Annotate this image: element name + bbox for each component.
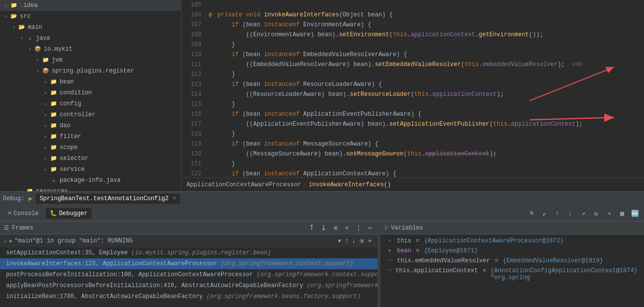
code-line-109: 109 } (182, 40, 644, 50)
collapse-icon (42, 166, 50, 172)
toolbar-refresh-btn[interactable]: ↻ (591, 209, 601, 219)
nav-up-icon[interactable]: ⤒ (307, 223, 316, 233)
var-expand-icon[interactable]: ▸ (386, 247, 393, 253)
sidebar-item-label: dao (60, 122, 71, 129)
frame-item[interactable]: applyBeanPostProcessorsBeforeInitializat… (0, 280, 377, 291)
debug-tab-bar: Debug: ▶ SpringBeanTest.testAnnotationCo… (0, 191, 644, 205)
sidebar-item-label: spring.plugins.register (52, 68, 134, 75)
sidebar-item-config[interactable]: 📁 config (0, 98, 181, 109)
thread-dropdown-icon[interactable]: ▼ (336, 237, 343, 244)
sidebar-item-label: condition (60, 89, 92, 96)
nav-settings-icon[interactable]: ⋮ (354, 223, 364, 233)
line-number: 118 (182, 131, 205, 138)
line-code: } (215, 101, 235, 108)
toolbar-restore-btn[interactable]: ↙ (540, 209, 550, 219)
folder-icon: 📁 (42, 56, 50, 64)
collapse-icon (42, 101, 50, 107)
nav-down-icon[interactable]: ⤓ (319, 223, 328, 233)
thread-add-icon[interactable]: + (367, 236, 373, 246)
var-item-bean[interactable]: ▸ bean = {Employee@1871} (380, 246, 644, 256)
line-code: if (bean instanceof MessageSourceAware) … (215, 141, 378, 148)
line-code: ((EmbeddedValueResolverAware) bean).setE… (215, 61, 583, 68)
sidebar-item-resources[interactable]: 📁 resources (0, 186, 181, 191)
sidebar-item-service[interactable]: 📁 service (0, 164, 181, 175)
line-code: if (bean instanceof ApplicationContextAw… (215, 170, 396, 177)
var-item-embedded[interactable]: ○○ this.embeddedValueResolver = {Embedde… (380, 256, 644, 266)
line-number: 122 (182, 170, 205, 177)
tab-console[interactable]: ⌨ Console (4, 208, 43, 219)
thread-nav-up[interactable]: ↑ (343, 236, 350, 246)
line-number: 120 (182, 151, 205, 157)
line-code: ((ResourceLoaderAware) bean).setResource… (215, 91, 504, 98)
sidebar-item-java[interactable]: ☕ java (0, 33, 181, 44)
thread-filter-icon[interactable]: ⚹ (358, 236, 367, 246)
var-item-app-context[interactable]: ○○ this.applicationContext = {Annotation… (380, 266, 644, 282)
breadcrumb-separator: › (303, 181, 306, 188)
toolbar-up-btn[interactable]: ↑ (552, 209, 562, 219)
code-view: 105 106 @ private void invokeAwareInterf… (182, 0, 644, 177)
var-name: bean (393, 247, 411, 254)
main-area: 📁 .idea 📂 src 📂 main ☕ java 📦 (0, 0, 644, 191)
line-number: 121 (182, 160, 205, 167)
line-number: 108 (182, 31, 205, 38)
line-code: } (215, 131, 235, 138)
thread-nav-down[interactable]: ↓ (350, 236, 357, 246)
frame-item-selected[interactable]: invokeAwareInterfaces:123, ApplicationCo… (0, 258, 377, 269)
sidebar-item-filter[interactable]: 📁 filter (0, 131, 181, 142)
sidebar-item-dao[interactable]: 📁 dao (0, 120, 181, 131)
frames-panel: ☰ Frames ⤒ ⤓ ⚹ + ⋮ ⋯ ✓ ▶ "main (0, 222, 378, 307)
variables-panel: 𝓥 Variables ▸ this = {ApplicationContext… (380, 222, 644, 307)
line-code: if (bean instanceof EnvironmentAware) { (215, 21, 371, 28)
frame-item[interactable]: setApplicationContext:35, Employee (io.m… (0, 247, 377, 258)
sidebar-item-selector[interactable]: 📁 selector (0, 153, 181, 164)
sidebar-item-bean[interactable]: 📁 bean (0, 77, 181, 87)
sidebar-item-io-mykit[interactable]: 📦 io.mykit (0, 44, 181, 55)
var-expand-icon[interactable]: ○○ (386, 267, 392, 273)
toolbar-list-btn[interactable]: ≡ (527, 209, 537, 219)
sidebar-item-spring-plugins-register[interactable]: 📦 spring.plugins.register (0, 66, 181, 77)
nav-more-icon[interactable]: ⋯ (367, 223, 373, 233)
code-line-121: 121 } (182, 159, 644, 169)
line-number: 116 (182, 111, 205, 118)
folder-src-icon: 📂 (10, 12, 18, 20)
editor-area: 105 106 @ private void invokeAwareInterf… (182, 0, 644, 191)
toolbar-step-btn[interactable]: ↷ (604, 209, 614, 219)
var-equals: = (479, 267, 490, 274)
package-icon: 📦 (34, 45, 42, 53)
sidebar-item-jvm[interactable]: 📁 jvm (0, 55, 181, 66)
debug-tab-close[interactable]: × (173, 195, 176, 202)
line-number: 113 (182, 81, 205, 88)
line-code: } (215, 71, 235, 78)
sidebar-item-label: scope (60, 144, 78, 151)
frame-item[interactable]: postProcessBeforeInitialization:100, App… (0, 269, 377, 280)
sidebar-item-main[interactable]: 📂 main (0, 22, 181, 33)
var-expand-icon[interactable]: ○○ (386, 257, 393, 263)
sidebar-item-controller[interactable]: 📁 controller (0, 109, 181, 120)
sidebar-item-src[interactable]: 📂 src (0, 11, 181, 22)
toolbar-text-btn[interactable]: 🔤 (630, 209, 640, 219)
var-expand-icon[interactable]: ▸ (386, 237, 393, 243)
toolbar-grid-btn[interactable]: ▦ (617, 209, 627, 219)
frame-label: postProcessBeforeInitialization:100, App… (4, 271, 377, 278)
code-line-106: 106 @ private void invokeAwareInterfaces… (182, 10, 644, 20)
var-value: {EmbeddedValueResolver@1919} (503, 257, 603, 264)
sidebar-item-package-info[interactable]: ☕ package-info.java (0, 175, 181, 186)
toolbar-export-btn[interactable]: ↗ (578, 209, 588, 219)
frame-item[interactable]: initializeBean:1788, AbstractAutowireCap… (0, 291, 377, 302)
folder-icon: 📁 (50, 122, 58, 130)
nav-add-icon[interactable]: + (343, 223, 350, 233)
sidebar-item-condition[interactable]: 📁 condition (0, 87, 181, 98)
debug-tab-label: SpringBeanTest.testAnnotationConfig2 (40, 195, 169, 202)
thread-check-icon: ✓ (4, 237, 7, 245)
debug-run-icon: ▶ (28, 194, 32, 203)
debug-tab-spring-bean-test[interactable]: SpringBeanTest.testAnnotationConfig2 × (36, 194, 180, 204)
sidebar-item-idea[interactable]: 📁 .idea (0, 0, 181, 11)
var-item-this[interactable]: ▸ this = {ApplicationContextAwareProcess… (380, 236, 644, 246)
breadcrumb: ApplicationContextAwareProcessor › invok… (182, 177, 644, 191)
sidebar-item-label: io.mykit (44, 46, 73, 53)
toolbar-down-btn[interactable]: ↓ (565, 209, 575, 219)
nav-filter-icon[interactable]: ⚹ (331, 223, 340, 233)
thread-item[interactable]: ✓ ▶ "main"@1 in group "main": RUNNING ▼ … (0, 234, 377, 247)
sidebar-item-scope[interactable]: 📁 scope (0, 142, 181, 153)
tab-debugger[interactable]: 🐛 Debugger (46, 208, 92, 219)
